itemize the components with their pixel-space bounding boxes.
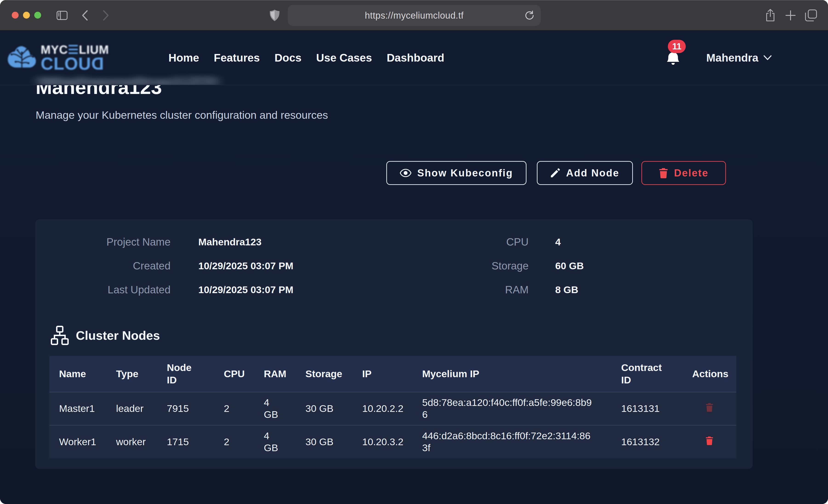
nav-link-use-cases[interactable]: Use Cases bbox=[316, 51, 372, 64]
nav-right: 11 Mahendra bbox=[666, 31, 772, 85]
chevron-down-icon bbox=[763, 55, 772, 60]
detail-label: Created bbox=[35, 260, 170, 272]
node-row-worker1: Worker1 worker 1715 2 4 GB 30 GB 10.20.3… bbox=[49, 425, 736, 458]
cell-mycelium-ip: 5d8:78ea:a120:f40c:ff0f:a5fe:99e6:8b96 bbox=[413, 392, 612, 425]
cell-ip: 10.20.2.2 bbox=[353, 392, 413, 425]
nav-link-dashboard[interactable]: Dashboard bbox=[387, 51, 445, 64]
browser-window: https://myceliumcloud.tf bbox=[0, 0, 828, 504]
cluster-nodes-table: Name Type Node ID CPU RAM Storage IP Myc… bbox=[49, 356, 736, 458]
url-text: https://myceliumcloud.tf bbox=[365, 10, 464, 21]
detail-label: RAM bbox=[382, 284, 529, 296]
new-tab-icon[interactable] bbox=[785, 0, 796, 31]
cell-storage: 30 GB bbox=[296, 392, 353, 425]
logo[interactable]: MYC☰LIUM CLOUD bbox=[8, 44, 109, 72]
detail-value: 8 GB bbox=[555, 284, 578, 295]
col-ip: IP bbox=[353, 356, 413, 392]
nav-link-docs[interactable]: Docs bbox=[275, 51, 301, 64]
cell-node-id: 1715 bbox=[157, 425, 214, 458]
detail-value: 4 bbox=[555, 237, 561, 248]
actions-row: Show Kubeconfig Add Node Delete bbox=[386, 161, 726, 185]
tabs-icon[interactable] bbox=[805, 0, 817, 31]
cell-ram: 4 GB bbox=[254, 392, 296, 425]
pencil-icon bbox=[550, 168, 560, 178]
shield-icon[interactable] bbox=[269, 0, 280, 31]
col-type: Type bbox=[107, 356, 157, 392]
trash-icon bbox=[659, 168, 668, 178]
delete-node-icon[interactable] bbox=[705, 403, 713, 412]
zoom-button[interactable] bbox=[34, 12, 41, 18]
detail-label: Last Updated bbox=[35, 284, 170, 296]
sitemap-icon bbox=[50, 326, 69, 345]
table-header-row: Name Type Node ID CPU RAM Storage IP Myc… bbox=[49, 356, 736, 392]
logo-text: MYC☰LIUM CLOUD bbox=[41, 44, 109, 72]
user-menu[interactable]: Mahendra bbox=[706, 51, 772, 64]
cell-actions bbox=[682, 392, 736, 425]
nav-links: Home Features Docs Use Cases Dashboard bbox=[168, 31, 444, 85]
user-name: Mahendra bbox=[706, 51, 758, 64]
notification-badge: 11 bbox=[668, 40, 686, 53]
cell-ip: 10.20.3.2 bbox=[353, 425, 413, 458]
minimize-button[interactable] bbox=[23, 12, 30, 18]
cell-contract-id: 1613132 bbox=[612, 425, 682, 458]
delete-node-icon[interactable] bbox=[705, 436, 713, 445]
back-icon[interactable] bbox=[81, 0, 89, 31]
detail-value: 10/29/2025 03:07 PM bbox=[198, 260, 382, 271]
detail-value: Mahendra123 bbox=[198, 237, 382, 248]
col-node-id: Node ID bbox=[157, 356, 214, 392]
url-bar[interactable]: https://myceliumcloud.tf bbox=[288, 5, 541, 26]
col-cpu: CPU bbox=[214, 356, 254, 392]
col-actions: Actions bbox=[682, 356, 736, 392]
add-node-button[interactable]: Add Node bbox=[537, 161, 633, 185]
share-icon[interactable] bbox=[764, 0, 776, 31]
eye-icon bbox=[400, 169, 411, 177]
cell-type: worker bbox=[107, 425, 157, 458]
node-row-master1: Master1 leader 7915 2 4 GB 30 GB 10.20.2… bbox=[49, 392, 736, 425]
cloud-logo-icon bbox=[8, 46, 36, 69]
reload-icon[interactable] bbox=[524, 5, 535, 26]
cell-actions bbox=[682, 425, 736, 458]
col-ram: RAM bbox=[254, 356, 296, 392]
detail-label: CPU bbox=[382, 236, 529, 248]
cell-type: leader bbox=[107, 392, 157, 425]
notifications-button[interactable]: 11 bbox=[666, 50, 680, 65]
close-button[interactable] bbox=[12, 12, 18, 18]
cell-ram: 4 GB bbox=[254, 425, 296, 458]
cell-cpu: 2 bbox=[214, 425, 254, 458]
browser-chrome: https://myceliumcloud.tf bbox=[0, 0, 828, 31]
cell-storage: 30 GB bbox=[296, 425, 353, 458]
nav-link-features[interactable]: Features bbox=[214, 51, 260, 64]
cell-contract-id: 1613131 bbox=[612, 392, 682, 425]
cluster-card: Project Name Mahendra123 CPU 4 Created 1… bbox=[35, 219, 753, 469]
cell-cpu: 2 bbox=[214, 392, 254, 425]
cell-name: Master1 bbox=[49, 392, 107, 425]
sidebar-icon[interactable] bbox=[56, 0, 68, 31]
page: Mahendra123 Manage your Kubernetes clust… bbox=[0, 31, 828, 504]
detail-label: Project Name bbox=[35, 236, 170, 248]
show-kubeconfig-button[interactable]: Show Kubeconfig bbox=[386, 161, 527, 185]
forward-icon[interactable] bbox=[102, 0, 110, 31]
nav-link-home[interactable]: Home bbox=[168, 51, 199, 64]
detail-value: 60 GB bbox=[555, 260, 584, 271]
delete-button[interactable]: Delete bbox=[641, 161, 726, 185]
col-contract-id: Contract ID bbox=[612, 356, 682, 392]
cell-name: Worker1 bbox=[49, 425, 107, 458]
col-mycelium-ip: Mycelium IP bbox=[413, 356, 612, 392]
col-name: Name bbox=[49, 356, 107, 392]
cluster-details: Project Name Mahendra123 CPU 4 Created 1… bbox=[35, 230, 753, 302]
page-subtitle: Manage your Kubernetes cluster configura… bbox=[36, 109, 328, 121]
navbar: Mahendra123 bbox=[0, 31, 828, 85]
cell-mycelium-ip: 446:d2a6:8bcd:8c16:ff0f:72e2:3114:863f bbox=[413, 425, 612, 458]
cell-node-id: 7915 bbox=[157, 392, 214, 425]
detail-label: Storage bbox=[382, 260, 529, 272]
col-storage: Storage bbox=[296, 356, 353, 392]
cluster-nodes-heading: Cluster Nodes bbox=[50, 326, 160, 345]
detail-value: 10/29/2025 03:07 PM bbox=[198, 284, 382, 295]
